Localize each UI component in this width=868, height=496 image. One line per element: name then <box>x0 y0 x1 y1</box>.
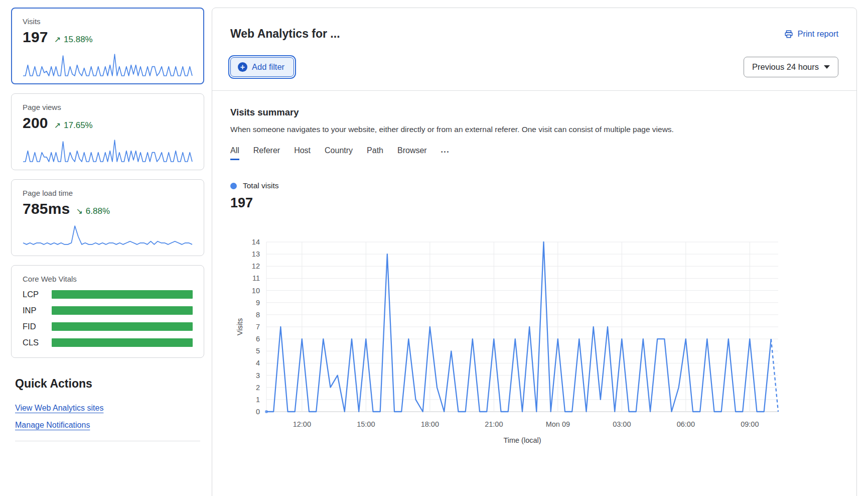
main-panel: Web Analytics for ... Print report + Add… <box>212 8 857 496</box>
print-report-link[interactable]: Print report <box>784 29 838 39</box>
legend-dot-icon <box>230 183 237 189</box>
metric-delta-value: 15.88% <box>64 35 93 45</box>
divider <box>15 441 200 441</box>
panel-header: Web Analytics for ... Print report + Add… <box>212 8 856 90</box>
metric-card-page-load-time[interactable]: Page load time 785ms ↘ 6.88% <box>11 179 204 256</box>
metric-value: 200 <box>23 114 48 132</box>
y-axis-tick-label: 8 <box>256 311 260 319</box>
quick-actions-section: Quick Actions View Web Analytics sites M… <box>11 377 204 441</box>
y-axis-tick-label: 0 <box>256 408 260 416</box>
trend-up-icon: ↗ <box>54 35 61 44</box>
legend-total-value: 197 <box>230 195 838 211</box>
y-axis-tick-label: 3 <box>256 371 260 380</box>
y-axis-tick-label: 11 <box>252 274 260 282</box>
x-axis-title: Time (local) <box>503 436 541 444</box>
metric-card-visits[interactable]: Visits 197 ↗ 15.88% <box>11 8 204 84</box>
view-web-analytics-sites-link[interactable]: View Web Analytics sites <box>15 404 103 413</box>
y-axis-tick-label: 6 <box>256 335 260 343</box>
printer-icon <box>784 30 793 39</box>
add-filter-button[interactable]: + Add filter <box>230 57 294 77</box>
panel-content: Visits summary When someone navigates to… <box>212 91 856 484</box>
dimension-tabs: All Referer Host Country Path Browser ••… <box>230 146 838 160</box>
vital-label: FID <box>23 322 45 331</box>
vital-bar-green <box>52 322 193 331</box>
sidebar: Visits 197 ↗ 15.88% Page views 200 ↗ 17.… <box>11 8 204 496</box>
more-tabs-button[interactable]: ••• <box>441 149 450 158</box>
vital-row-lcp: LCP <box>23 290 193 299</box>
vital-bar-green <box>52 306 193 315</box>
page: Visits 197 ↗ 15.88% Page views 200 ↗ 17.… <box>0 0 868 496</box>
visits-sparkline <box>23 53 193 77</box>
x-axis-tick-label: Mon 09 <box>546 420 570 428</box>
y-axis-tick-label: 5 <box>256 347 260 355</box>
visits-summary-title: Visits summary <box>230 107 838 118</box>
vital-label: LCP <box>23 290 45 299</box>
metric-label: Page load time <box>23 189 193 197</box>
metric-delta-value: 6.88% <box>86 206 110 216</box>
page-title: Web Analytics for ... <box>230 27 340 41</box>
vital-bar-green <box>52 290 193 299</box>
legend-label: Total visits <box>243 181 279 190</box>
y-axis-tick-label: 7 <box>256 323 260 331</box>
trend-down-icon: ↘ <box>76 206 82 216</box>
y-axis-tick-label: 12 <box>252 262 260 270</box>
metric-delta-value: 17.65% <box>64 120 93 131</box>
metric-delta: ↘ 6.88% <box>76 206 110 216</box>
metric-label: Visits <box>23 17 193 26</box>
metric-value: 785ms <box>23 200 70 217</box>
time-range-label: Previous 24 hours <box>752 62 819 72</box>
vital-bar-green <box>52 338 193 347</box>
tab-path[interactable]: Path <box>367 146 383 160</box>
tab-host[interactable]: Host <box>294 146 311 160</box>
trend-up-icon: ↗ <box>54 120 61 130</box>
core-web-vitals-card: Core Web Vitals LCP INP FID CLS <box>11 265 204 358</box>
metric-delta: ↗ 17.65% <box>54 120 93 131</box>
metric-card-page-views[interactable]: Page views 200 ↗ 17.65% <box>11 93 204 170</box>
y-axis-tick-label: 14 <box>252 238 260 246</box>
manage-notifications-link[interactable]: Manage Notifications <box>15 421 90 430</box>
y-axis-tick-label: 4 <box>256 359 260 367</box>
tab-referer[interactable]: Referer <box>253 146 280 160</box>
page-views-sparkline <box>23 139 193 163</box>
visits-line-chart[interactable]: 0123456789101112131412:0015:0018:0021:00… <box>232 235 789 466</box>
quick-actions-title: Quick Actions <box>15 377 200 391</box>
metric-value: 197 <box>23 29 48 46</box>
x-axis-tick-label: 06:00 <box>677 420 695 428</box>
x-axis-tick-label: 15:00 <box>357 420 375 428</box>
time-range-dropdown[interactable]: Previous 24 hours <box>744 57 838 77</box>
tab-country[interactable]: Country <box>325 146 353 160</box>
vital-label: INP <box>23 306 45 315</box>
tab-all[interactable]: All <box>230 146 239 160</box>
vital-label: CLS <box>23 338 45 347</box>
core-web-vitals-title: Core Web Vitals <box>23 275 193 283</box>
y-axis-title: Visits <box>236 318 244 335</box>
add-filter-label: Add filter <box>252 62 284 72</box>
chart-legend: Total visits <box>230 181 838 190</box>
x-axis-tick-label: 09:00 <box>741 420 759 428</box>
y-axis-tick-label: 10 <box>252 287 260 295</box>
tab-browser[interactable]: Browser <box>397 146 427 160</box>
vital-row-inp: INP <box>23 306 193 315</box>
chevron-down-icon <box>824 65 830 69</box>
page-load-time-sparkline <box>23 224 193 249</box>
x-axis-tick-label: 12:00 <box>293 420 311 428</box>
vital-row-fid: FID <box>23 322 193 331</box>
visits-chart-container: 0123456789101112131412:0015:0018:0021:00… <box>230 235 838 468</box>
print-report-label: Print report <box>797 29 838 39</box>
y-axis-tick-label: 13 <box>252 250 260 258</box>
x-axis-tick-label: 21:00 <box>485 420 503 428</box>
x-axis-tick-label: 03:00 <box>613 420 631 428</box>
visits-summary-description: When someone navigates to your website, … <box>230 125 838 134</box>
plus-circle-icon: + <box>238 62 247 72</box>
vital-row-cls: CLS <box>23 338 193 347</box>
x-axis-tick-label: 18:00 <box>421 420 439 428</box>
y-axis-tick-label: 1 <box>256 396 260 404</box>
y-axis-tick-label: 9 <box>256 299 260 307</box>
metric-delta: ↗ 15.88% <box>54 35 93 45</box>
metric-label: Page views <box>23 103 193 111</box>
y-axis-tick-label: 2 <box>256 384 260 392</box>
